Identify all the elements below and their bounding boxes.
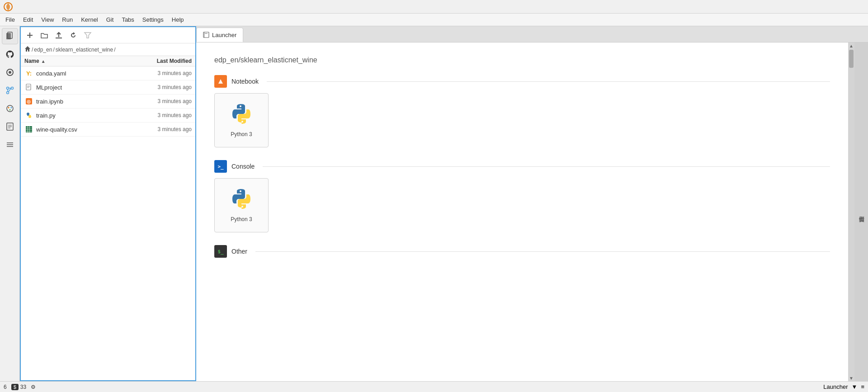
app-logo — [4, 2, 13, 11]
status-right: Launcher ▼ ≡ — [823, 383, 864, 390]
menu-help[interactable]: Help — [168, 15, 188, 24]
scrollbar-track — [848, 49, 854, 375]
tab-bar: Launcher — [196, 26, 868, 43]
breadcrumb-edp[interactable]: edp_en — [34, 47, 52, 53]
menu-bar: File Edit View Run Kernel Git Tabs Setti… — [0, 14, 868, 26]
breadcrumb-sep1: / — [32, 47, 33, 53]
file-time-train-ipynb: 3 minutes ago — [133, 98, 192, 104]
python3-console-icon — [230, 188, 253, 212]
activity-list[interactable] — [2, 137, 18, 153]
console-python3-card[interactable]: Python 3 — [214, 178, 269, 232]
status-dropdown-icon[interactable]: ▼ — [852, 383, 858, 390]
terminal-badge: $ — [11, 384, 19, 390]
file-panel: / edp_en / sklearn_elasticnet_wine / Nam… — [20, 26, 196, 381]
other-section-header: $_ Other — [214, 245, 830, 258]
menu-view[interactable]: View — [38, 15, 57, 24]
tab-launcher[interactable]: Launcher — [196, 28, 243, 42]
launcher-tab-icon — [203, 32, 209, 38]
sort-name-button[interactable]: Name ▲ — [24, 58, 133, 64]
notebook-section-label: Notebook — [231, 78, 259, 85]
notebook-section-icon — [214, 75, 227, 88]
menu-edit[interactable]: Edit — [19, 15, 37, 24]
status-menu-icon[interactable]: ≡ — [861, 383, 864, 390]
settings-icon: ⚙ — [31, 384, 36, 390]
file-row-mlproject[interactable]: MLproject 3 minutes ago — [21, 80, 195, 94]
file-time-mlproject: 3 minutes ago — [133, 84, 192, 90]
new-file-button[interactable] — [24, 30, 35, 41]
notebook-kernels-row: Python 3 — [214, 93, 830, 147]
yaml-icon: Y: — [24, 69, 33, 78]
console-section-header: >_ Console — [214, 160, 830, 173]
upload-button[interactable] — [53, 30, 64, 41]
svg-marker-46 — [218, 79, 223, 84]
tab-launcher-label: Launcher — [212, 32, 236, 38]
file-name-wine-csv: wine-quality.csv — [36, 126, 133, 133]
breadcrumb-sep3: / — [114, 47, 115, 53]
status-num-value: 6 — [4, 384, 7, 390]
status-bar: 6 $ 33 ⚙ Launcher ▼ ≡ — [0, 381, 868, 392]
svg-rect-27 — [26, 84, 31, 90]
status-number: 6 — [4, 384, 7, 390]
far-right-panel[interactable]: 运行实例 — [854, 43, 868, 381]
file-time-wine-csv: 3 minutes ago — [133, 126, 192, 132]
activity-github[interactable] — [2, 46, 18, 62]
svg-marker-26 — [85, 33, 91, 38]
file-time-conda-yaml: 3 minutes ago — [133, 70, 192, 76]
svg-point-12 — [8, 107, 9, 109]
sort-modified-button[interactable]: Last Modified — [133, 58, 192, 64]
svg-point-7 — [6, 92, 9, 94]
activity-git[interactable] — [2, 82, 18, 99]
breadcrumb-sep2: / — [53, 47, 54, 53]
scrollbar-thumb[interactable] — [849, 50, 854, 68]
main-layout: / edp_en / sklearn_elasticnet_wine / Nam… — [0, 26, 868, 381]
new-folder-button[interactable] — [39, 30, 50, 41]
menu-settings[interactable]: Settings — [139, 15, 167, 24]
file-row-conda-yaml[interactable]: Y: conda.yaml 3 minutes ago — [21, 66, 195, 80]
file-list: Y: conda.yaml 3 minutes ago MLproject 3 … — [21, 66, 195, 380]
console-kernels-row: Python 3 — [214, 178, 830, 232]
csv-icon — [24, 125, 33, 134]
refresh-button[interactable] — [68, 30, 79, 41]
file-name-conda-yaml: conda.yaml — [36, 70, 133, 77]
file-name-mlproject: MLproject — [36, 84, 133, 91]
menu-kernel[interactable]: Kernel — [77, 15, 102, 24]
menu-run[interactable]: Run — [58, 15, 76, 24]
menu-tabs[interactable]: Tabs — [118, 15, 137, 24]
launcher-status-label: Launcher — [823, 383, 848, 390]
doc-icon — [24, 83, 33, 92]
svg-text:◎: ◎ — [27, 99, 31, 104]
breadcrumb-sklearn[interactable]: sklearn_elasticnet_wine — [56, 47, 113, 53]
activity-palette[interactable] — [2, 100, 18, 117]
menu-git[interactable]: Git — [103, 15, 118, 24]
status-terminal[interactable]: $ 33 — [11, 384, 26, 390]
filter-button[interactable] — [82, 30, 93, 41]
activity-circle[interactable] — [2, 64, 18, 80]
file-row-train-ipynb[interactable]: ◎ train.ipynb 3 minutes ago — [21, 94, 195, 109]
notebook-section-header: Notebook — [214, 75, 830, 88]
svg-rect-36 — [29, 115, 31, 118]
svg-point-4 — [9, 71, 11, 74]
menu-file[interactable]: File — [2, 15, 19, 24]
svg-rect-35 — [27, 113, 29, 116]
status-settings[interactable]: ⚙ — [31, 384, 36, 390]
right-scrollbar[interactable]: ▲ ▼ — [848, 43, 854, 381]
svg-point-5 — [6, 87, 9, 90]
svg-point-13 — [10, 107, 12, 109]
file-row-wine-csv[interactable]: wine-quality.csv 3 minutes ago — [21, 123, 195, 137]
breadcrumb-root[interactable] — [24, 46, 31, 53]
scrollbar-up-button[interactable]: ▲ — [848, 43, 854, 49]
other-section-icon: $_ — [214, 245, 227, 258]
activity-files[interactable] — [2, 28, 18, 44]
title-bar — [0, 0, 868, 14]
scrollbar-down-button[interactable]: ▼ — [848, 375, 854, 381]
launcher-path: edp_en/sklearn_elasticnet_wine — [214, 56, 830, 64]
activity-book[interactable] — [2, 118, 18, 135]
file-row-train-py[interactable]: train.py 3 minutes ago — [21, 109, 195, 123]
svg-point-6 — [11, 87, 13, 90]
svg-point-11 — [7, 105, 13, 112]
notebook-python3-card[interactable]: Python 3 — [214, 93, 269, 147]
file-header: Name ▲ Last Modified — [21, 56, 195, 66]
console-section-icon: >_ — [214, 160, 227, 173]
notebook-python3-label: Python 3 — [231, 131, 252, 137]
python3-notebook-icon — [230, 103, 253, 127]
